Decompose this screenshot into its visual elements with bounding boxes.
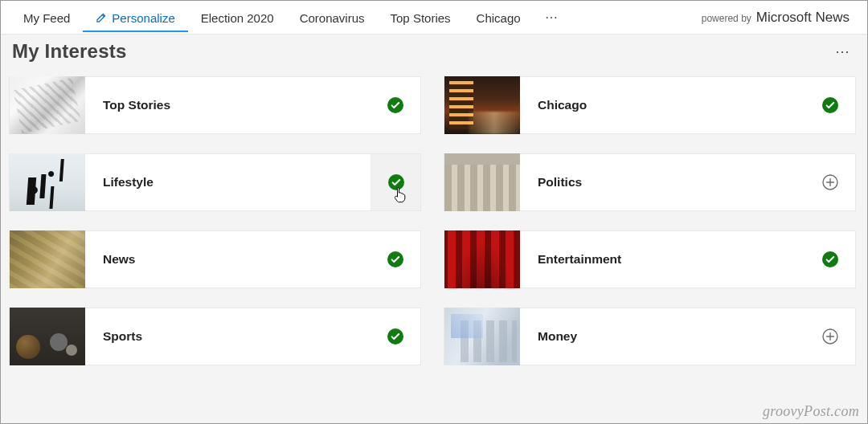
interest-thumbnail <box>444 153 520 211</box>
interest-thumbnail <box>444 308 520 365</box>
ellipsis-icon: ⋯ <box>545 10 558 24</box>
powered-brand: Microsoft News <box>756 10 850 26</box>
interest-card[interactable]: News <box>9 230 421 288</box>
interest-label: Money <box>520 329 805 344</box>
interest-label: Chicago <box>520 98 805 112</box>
tab-label: Top Stories <box>391 11 451 25</box>
pencil-icon <box>96 12 107 23</box>
check-circle-icon <box>387 251 403 267</box>
tab-label: Chicago <box>477 11 521 25</box>
interest-toggle-button[interactable] <box>371 154 420 210</box>
interest-toggle-button[interactable] <box>805 231 855 287</box>
tab-election-2020[interactable]: Election 2020 <box>188 3 287 32</box>
powered-by: powered by Microsoft News <box>702 10 858 26</box>
interest-thumbnail <box>10 76 85 134</box>
interest-toggle-button[interactable] <box>371 231 420 287</box>
check-circle-icon <box>387 97 403 113</box>
tab-label: Personalize <box>112 11 174 25</box>
interest-thumbnail <box>444 76 520 134</box>
interest-card[interactable]: Top Stories <box>9 76 421 134</box>
interest-label: Sports <box>85 329 371 344</box>
tab-chicago[interactable]: Chicago <box>464 3 534 32</box>
tab-label: Election 2020 <box>201 11 274 25</box>
interest-card[interactable]: Money <box>444 308 856 365</box>
check-circle-icon <box>387 328 403 344</box>
interest-label: Politics <box>520 175 805 190</box>
interest-toggle-button[interactable] <box>805 77 855 133</box>
interest-thumbnail <box>444 230 520 288</box>
interest-thumbnail <box>10 153 85 211</box>
ellipsis-icon: ⋯ <box>835 43 850 59</box>
check-circle-icon <box>822 251 838 267</box>
page-header: My Interests ⋯ <box>1 35 867 67</box>
interest-thumbnail <box>10 308 85 365</box>
plus-circle-icon <box>822 174 838 190</box>
interest-label: Lifestyle <box>85 175 371 190</box>
watermark: groovyPost.com <box>763 403 859 420</box>
interest-label: Top Stories <box>85 98 371 112</box>
check-circle-icon <box>822 97 838 113</box>
interest-toggle-button[interactable] <box>371 308 420 365</box>
interest-card[interactable]: Lifestyle <box>9 153 421 211</box>
top-nav: My Feed Personalize Election 2020 Corona… <box>1 1 867 35</box>
interest-card[interactable]: Chicago <box>444 76 856 134</box>
tab-coronavirus[interactable]: Coronavirus <box>287 3 378 32</box>
plus-circle-icon <box>822 328 838 344</box>
interest-card[interactable]: Sports <box>9 308 421 365</box>
tab-personalize[interactable]: Personalize <box>83 3 187 32</box>
interest-toggle-button[interactable] <box>371 77 420 133</box>
tabs-more-button[interactable]: ⋯ <box>534 2 569 33</box>
powered-prefix: powered by <box>702 13 751 24</box>
interests-grid: Top StoriesChicagoLifestylePoliticsNewsE… <box>1 67 867 377</box>
interest-toggle-button[interactable] <box>805 308 855 365</box>
tab-top-stories[interactable]: Top Stories <box>378 3 464 32</box>
interest-label: Entertainment <box>520 252 805 267</box>
tab-label: My Feed <box>23 11 70 25</box>
interest-card[interactable]: Politics <box>444 153 856 211</box>
tab-my-feed[interactable]: My Feed <box>10 3 83 32</box>
tab-label: Coronavirus <box>300 11 365 25</box>
interest-card[interactable]: Entertainment <box>444 230 856 288</box>
header-more-button[interactable]: ⋯ <box>832 39 853 63</box>
page-title: My Interests <box>12 40 126 63</box>
interest-label: News <box>85 252 371 267</box>
check-circle-icon <box>388 174 404 190</box>
interest-thumbnail <box>10 230 85 288</box>
interest-toggle-button[interactable] <box>805 154 855 210</box>
